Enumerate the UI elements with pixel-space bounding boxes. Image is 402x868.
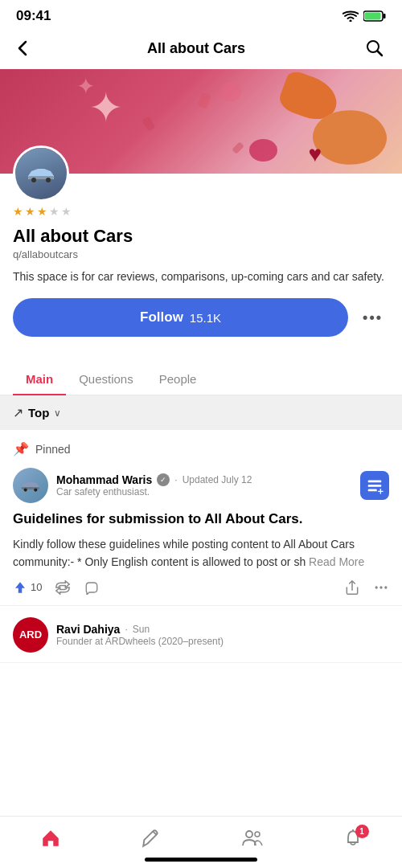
follow-button[interactable]: Follow 15.1K	[13, 298, 348, 337]
post-action-button[interactable]	[360, 471, 389, 500]
status-time: 09:41	[16, 8, 51, 24]
profile-handle: q/allaboutcars	[13, 248, 389, 260]
ellipsis-icon	[373, 579, 389, 596]
nav-notifications[interactable]: 1	[327, 825, 379, 852]
svg-point-22	[255, 832, 260, 837]
status-bar: 09:41	[0, 0, 402, 29]
post-actions-row: 10	[13, 579, 389, 596]
sort-bar[interactable]: ↗ Top ∨	[0, 395, 402, 430]
avatar	[13, 145, 69, 202]
svg-rect-12	[368, 481, 382, 483]
author-name-row: Mohammad Waris ✓ · Updated July 12	[56, 473, 252, 486]
post-more-group[interactable]	[373, 579, 389, 596]
confetti1	[197, 92, 211, 108]
post2-author-name: Ravi Dahiya	[56, 623, 120, 636]
author-car-icon	[19, 478, 42, 493]
svg-rect-14	[368, 489, 377, 492]
confetti2	[142, 117, 156, 132]
more-options-button[interactable]: •••	[356, 303, 389, 333]
sort-arrow-icon: ↗	[13, 405, 23, 420]
reshare-icon	[55, 580, 71, 595]
content-area: 📌 Pinned Mohamm	[0, 430, 402, 663]
home-icon	[40, 828, 61, 849]
pinned-label: Pinned	[35, 443, 71, 456]
star-4: ★	[49, 205, 59, 218]
svg-point-8	[46, 178, 51, 182]
tab-main[interactable]: Main	[13, 362, 66, 395]
updated-date: ·	[174, 474, 177, 485]
add-to-list-icon	[366, 477, 384, 494]
read-more-link[interactable]: Read More	[309, 555, 364, 568]
share-group[interactable]	[344, 579, 360, 596]
svg-point-10	[24, 489, 27, 492]
post-card-1: Mohammad Waris ✓ · Updated July 12 Car s…	[0, 465, 402, 606]
small-circle	[221, 81, 241, 101]
tab-questions[interactable]: Questions	[66, 362, 146, 395]
pink-ellipse	[249, 139, 277, 162]
svg-line-5	[378, 51, 383, 56]
star-1: ★	[13, 205, 23, 218]
svg-point-11	[34, 489, 37, 492]
author-bio: Car safety enthusiast.	[56, 486, 252, 497]
post2-author-text: Ravi Dahiya · Sun Founder at ARDwheels (…	[56, 623, 224, 647]
post-author-info: Mohammad Waris ✓ · Updated July 12 Car s…	[13, 468, 252, 503]
nav-people[interactable]	[225, 825, 280, 852]
verified-badge: ✓	[157, 473, 170, 486]
svg-point-7	[31, 178, 36, 182]
profile-description: This space is for car reviews, compariso…	[13, 268, 389, 285]
car-silhouette	[25, 165, 57, 182]
ard-avatar: ARD	[13, 617, 48, 653]
star-3: ★	[37, 205, 47, 218]
pinned-header: 📌 Pinned	[0, 430, 402, 465]
back-icon	[18, 40, 27, 56]
svg-rect-3	[365, 13, 381, 20]
more-dots: •••	[363, 309, 383, 326]
post2-day: Sun	[133, 624, 150, 635]
svg-point-19	[379, 586, 382, 588]
star-small: ✦	[76, 73, 95, 100]
post2-author-row: ARD Ravi Dahiya · Sun Founder at ARDwhee…	[13, 617, 389, 653]
top-nav: All about Cars	[0, 29, 402, 69]
svg-point-0	[350, 20, 352, 23]
upvote-count: 10	[31, 581, 42, 593]
follow-count: 15.1K	[190, 311, 221, 325]
nav-edit[interactable]	[125, 825, 178, 852]
svg-rect-2	[384, 14, 386, 18]
follow-label: Follow	[140, 309, 183, 326]
sort-label: Top	[28, 406, 49, 420]
confetti3	[232, 141, 244, 154]
status-icons	[343, 10, 386, 22]
people-icon	[241, 828, 264, 849]
bottom-spacer	[0, 663, 402, 727]
comment-icon	[84, 580, 100, 595]
svg-point-20	[384, 586, 387, 588]
dot-separator: ·	[125, 624, 127, 635]
edit-icon	[141, 828, 162, 849]
search-icon	[365, 39, 384, 58]
tab-people[interactable]: People	[146, 362, 210, 395]
post-card-2: ARD Ravi Dahiya · Sun Founder at ARDwhee…	[0, 606, 402, 663]
chevron-down-icon: ∨	[54, 407, 61, 419]
reshare-group[interactable]	[55, 580, 71, 595]
back-button[interactable]	[14, 37, 31, 59]
avatar-image	[15, 148, 67, 199]
post-author-row: Mohammad Waris ✓ · Updated July 12 Car s…	[13, 468, 389, 503]
post-date: Updated July 12	[183, 474, 252, 485]
star-5: ★	[61, 205, 72, 218]
home-indicator	[145, 858, 257, 862]
star-2: ★	[25, 205, 35, 218]
share-icon	[344, 579, 360, 596]
notification-badge: 1	[355, 825, 369, 838]
lip-decoration: ♥	[308, 141, 322, 167]
svg-point-21	[246, 831, 252, 837]
author-name-1: Mohammad Waris	[56, 473, 152, 486]
star-rating: ★ ★ ★ ★ ★	[13, 205, 389, 218]
search-button[interactable]	[362, 35, 388, 61]
follow-row: Follow 15.1K •••	[13, 298, 389, 337]
upvote-group[interactable]: 10	[13, 580, 42, 595]
post-title-1: Guidelines for submission to All About C…	[13, 510, 389, 529]
svg-rect-13	[368, 485, 382, 487]
comment-group[interactable]	[84, 580, 100, 595]
nav-home[interactable]	[24, 825, 77, 852]
tabs-row: Main Questions People	[0, 362, 402, 395]
